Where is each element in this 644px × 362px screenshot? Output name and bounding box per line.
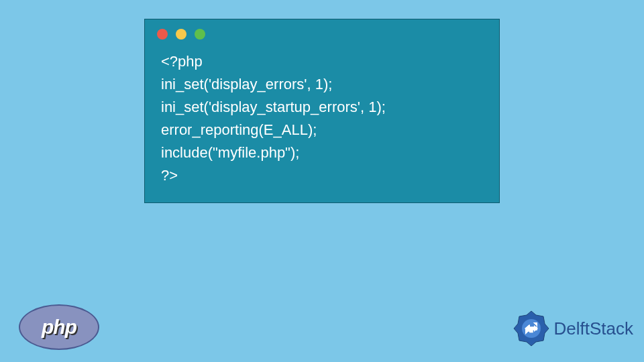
gear-icon <box>513 310 550 347</box>
minimize-icon <box>176 29 186 40</box>
php-logo: php <box>19 304 99 350</box>
close-icon <box>157 29 168 40</box>
code-block: <?php ini_set('display_errors', 1); ini_… <box>145 46 499 188</box>
code-line: error_reporting(E_ALL); <box>161 121 317 138</box>
code-line: ?> <box>161 167 178 184</box>
window-title-bar <box>145 19 499 46</box>
brand-logo: DelftStack <box>513 310 634 347</box>
code-line: include("myfile.php"); <box>161 144 299 161</box>
php-logo-text: php <box>42 316 76 339</box>
brand-text: DelftStack <box>554 318 634 339</box>
code-line: ini_set('display_errors', 1); <box>161 76 332 93</box>
maximize-icon <box>195 29 205 40</box>
code-line: <?php <box>161 53 203 70</box>
code-window: <?php ini_set('display_errors', 1); ini_… <box>144 19 500 203</box>
code-line: ini_set('display_startup_errors', 1); <box>161 99 386 115</box>
svg-rect-5 <box>529 327 534 330</box>
php-logo-ellipse: php <box>19 304 99 350</box>
